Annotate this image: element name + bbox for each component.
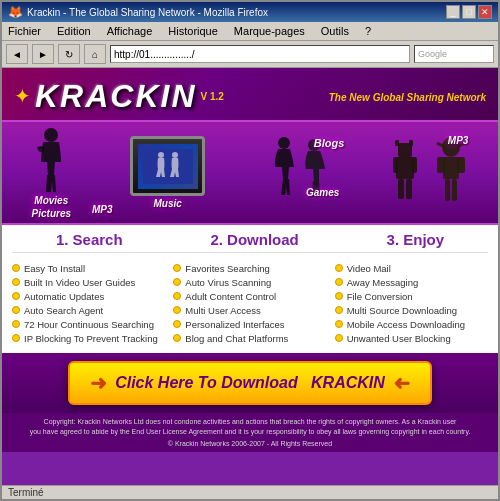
step-2-number: 2. — [210, 231, 223, 248]
feature-text: Away Messaging — [347, 277, 419, 288]
title-bar: 🦊 Krackin - The Global Sharing Network -… — [2, 2, 498, 22]
bullet-icon — [12, 264, 20, 272]
hero-label-movies: Movies — [34, 195, 68, 206]
menu-marque-pages[interactable]: Marque-pages — [232, 24, 307, 38]
svg-rect-17 — [443, 157, 459, 179]
bullet-icon — [12, 334, 20, 342]
hero-label-music: Music — [153, 198, 181, 209]
feature-text: 72 Hour Continuous Searching — [24, 319, 154, 330]
svg-rect-21 — [452, 179, 457, 201]
feature-item: Favorites Searching — [173, 261, 326, 275]
menu-fichier[interactable]: Fichier — [6, 24, 43, 38]
monster-figures — [393, 135, 468, 210]
bullet-icon — [12, 278, 20, 286]
feature-text: Mobile Access Downloading — [347, 319, 465, 330]
hero-label-mp3: MP3 — [92, 204, 113, 215]
status-text: Terminé — [8, 487, 44, 498]
hero-monsters: MP3 — [393, 135, 468, 210]
bullet-icon — [335, 320, 343, 328]
site-header: ✦ KRACKIN V 1.2 The New Global Sharing N… — [2, 68, 498, 120]
step-3-label: Enjoy — [403, 231, 444, 248]
bullet-icon — [335, 264, 343, 272]
step-1: 1. Search — [56, 231, 123, 248]
feature-text: File Conversion — [347, 291, 413, 302]
feature-text: Adult Content Control — [185, 291, 276, 302]
feature-item: Automatic Updates — [12, 289, 165, 303]
hero-label-chatting: MP3 — [448, 135, 469, 146]
address-text: http://01.............../ — [114, 49, 195, 60]
feature-item: 72 Hour Continuous Searching — [12, 317, 165, 331]
feature-item: Away Messaging — [335, 275, 488, 289]
feature-item: Adult Content Control — [173, 289, 326, 303]
menu-affichage[interactable]: Affichage — [105, 24, 155, 38]
status-bar: Terminé — [2, 485, 498, 499]
hero-label-blogs: Blogs — [314, 137, 345, 149]
hero-section: Movies Pictures — [2, 120, 498, 225]
back-button[interactable]: ◄ — [6, 44, 28, 64]
tv-screen — [138, 144, 198, 189]
svg-rect-14 — [398, 179, 404, 199]
bullet-icon — [335, 278, 343, 286]
site-logo: KRACKIN — [35, 80, 197, 112]
bullet-icon — [12, 292, 20, 300]
address-bar[interactable]: http://01.............../ — [110, 45, 410, 63]
toolbar: ◄ ► ↻ ⌂ http://01.............../ Google — [2, 41, 498, 68]
bullet-icon — [173, 306, 181, 314]
feature-item: Blog and Chat Platforms — [173, 331, 326, 345]
features-section: 1. Search 2. Download 3. Enjoy Easy — [2, 225, 498, 353]
footer-section: Copyright: Krackin Networks Ltd does not… — [2, 413, 498, 452]
hero-label-games: Games — [306, 187, 339, 198]
svg-rect-19 — [457, 157, 465, 173]
logo-area: ✦ KRACKIN V 1.2 — [14, 80, 224, 112]
svg-rect-9 — [395, 140, 399, 146]
svg-point-5 — [172, 152, 178, 158]
window-title: Krackin - The Global Sharing Network - M… — [27, 7, 268, 18]
step-2: 2. Download — [210, 231, 298, 248]
step-3-number: 3. — [387, 231, 400, 248]
svg-rect-3 — [143, 149, 193, 184]
minimize-button[interactable]: _ — [446, 5, 460, 19]
feature-item: Mobile Access Downloading — [335, 317, 488, 331]
version-label: V 1.2 — [201, 91, 224, 102]
forward-button[interactable]: ► — [32, 44, 54, 64]
tagline-area: The New Global Sharing Network — [329, 87, 486, 105]
cta-brand: KRACKIN — [311, 374, 385, 391]
feature-text: Auto Virus Scanning — [185, 277, 271, 288]
svg-point-0 — [44, 128, 58, 142]
arrow-right-icon: ➜ — [393, 371, 410, 395]
search-box[interactable]: Google — [414, 45, 494, 63]
refresh-button[interactable]: ↻ — [58, 44, 80, 64]
footer-line-3: © Krackin Networks 2006-2007 - All Right… — [12, 439, 488, 449]
close-button[interactable]: ✕ — [478, 5, 492, 19]
arrow-left-icon: ➜ — [90, 371, 107, 395]
menu-edition[interactable]: Edition — [55, 24, 93, 38]
step-3: 3. Enjoy — [387, 231, 445, 248]
footer-line-1: Copyright: Krackin Networks Ltd does not… — [12, 417, 488, 427]
feature-col-3: Video Mail Away Messaging File Conversio… — [335, 261, 488, 345]
menu-historique[interactable]: Historique — [166, 24, 220, 38]
svg-point-4 — [158, 152, 164, 158]
svg-rect-15 — [406, 179, 412, 199]
cta-label: Click Here To Download — [115, 374, 298, 391]
hero-tv: Music — [130, 136, 205, 209]
home-button[interactable]: ⌂ — [84, 44, 106, 64]
feature-item: Built In Video User Guides — [12, 275, 165, 289]
maximize-button[interactable]: □ — [462, 5, 476, 19]
bullet-icon — [173, 292, 181, 300]
feature-col-1: Easy To Install Built In Video User Guid… — [12, 261, 165, 345]
bullet-icon — [12, 306, 20, 314]
svg-rect-10 — [409, 140, 413, 146]
feature-item: File Conversion — [335, 289, 488, 303]
bullet-icon — [173, 320, 181, 328]
menu-help[interactable]: ? — [363, 24, 373, 38]
hero-label-pictures: Pictures — [32, 208, 71, 219]
menu-outils[interactable]: Outils — [319, 24, 351, 38]
features-header: 1. Search 2. Download 3. Enjoy — [12, 231, 488, 253]
download-button[interactable]: ➜ Click Here To Download KRACKIN ➜ — [68, 361, 432, 405]
svg-rect-2 — [37, 147, 42, 149]
step-2-label: Download — [227, 231, 299, 248]
feature-text: Easy To Install — [24, 263, 85, 274]
feature-item: Multi User Access — [173, 303, 326, 317]
page-content: ✦ KRACKIN V 1.2 The New Global Sharing N… — [2, 68, 498, 485]
feature-item: IP Blocking To Prevent Tracking — [12, 331, 165, 345]
